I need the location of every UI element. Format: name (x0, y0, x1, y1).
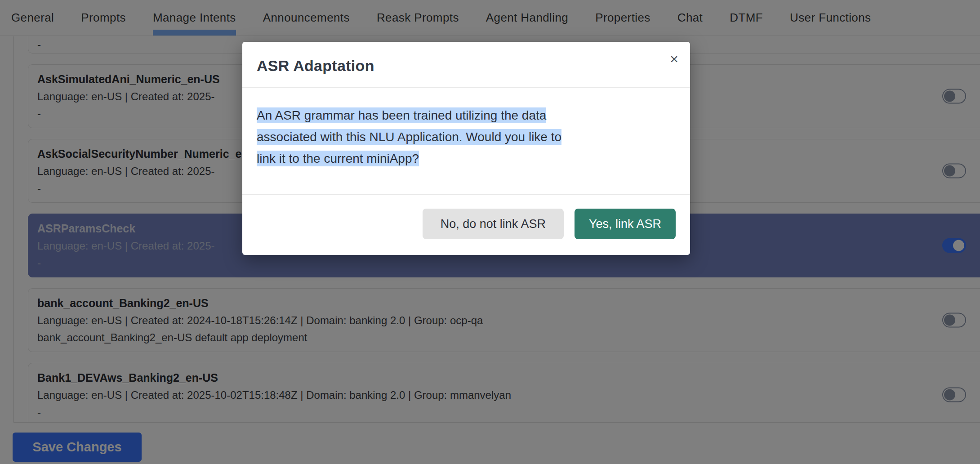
no-do-not-link-asr-button[interactable]: No, do not link ASR (423, 209, 564, 239)
dialog-header: ASR Adaptation × (242, 42, 690, 88)
dialog-title: ASR Adaptation (257, 57, 676, 75)
dialog-body: An ASR grammar has been trained utilizin… (242, 88, 690, 194)
dialog-footer: No, do not link ASR Yes, link ASR (242, 194, 690, 255)
dialog-text-line: associated with this NLU Application. Wo… (257, 126, 676, 148)
dialog-text-line: An ASR grammar has been trained utilizin… (257, 105, 676, 126)
asr-adaptation-dialog: ASR Adaptation × An ASR grammar has been… (242, 42, 690, 255)
dialog-text-line: link it to the current miniApp? (257, 148, 676, 170)
yes-link-asr-button[interactable]: Yes, link ASR (575, 209, 676, 239)
close-icon[interactable]: × (670, 52, 678, 66)
